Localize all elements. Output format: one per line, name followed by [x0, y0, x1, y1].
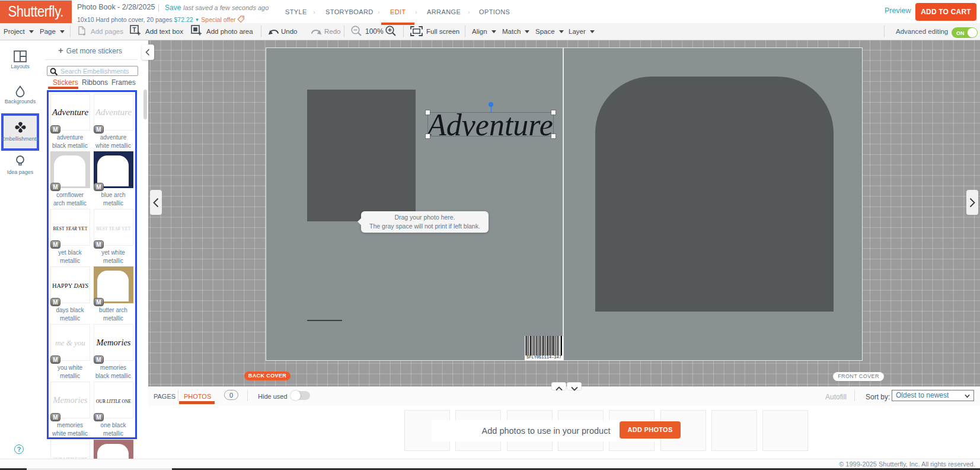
svg-text:T: T [132, 27, 136, 33]
